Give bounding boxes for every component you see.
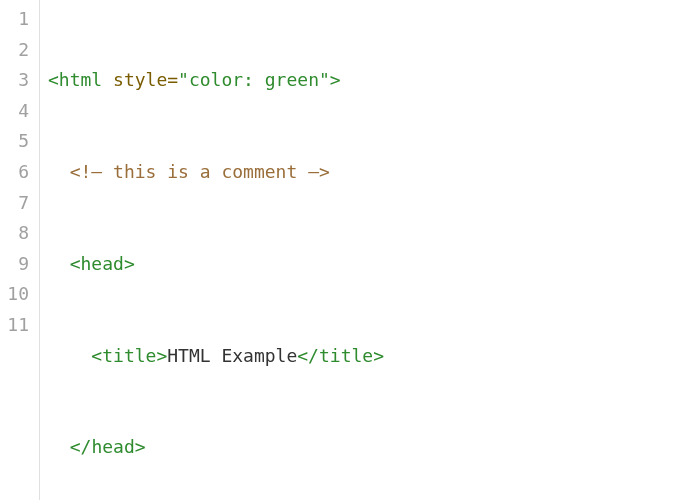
angle-bracket: < [91, 345, 102, 366]
quote: " [178, 69, 189, 90]
line-number: 4 [6, 96, 29, 127]
quote: " [319, 69, 330, 90]
comment-close: —> [308, 161, 330, 182]
line-number: 10 [6, 279, 29, 310]
code-line[interactable]: <head> [48, 249, 700, 280]
angle-bracket: < [48, 69, 59, 90]
indent [48, 161, 70, 182]
tag-name: html [59, 69, 102, 90]
space [297, 161, 308, 182]
tag-name: title [102, 345, 156, 366]
line-number: 3 [6, 65, 29, 96]
code-line[interactable]: <!— this is a comment —> [48, 157, 700, 188]
angle-bracket: > [330, 69, 341, 90]
line-number: 11 [6, 310, 29, 341]
line-number: 2 [6, 35, 29, 66]
comment-text: this is a comment [113, 161, 297, 182]
angle-bracket: > [124, 253, 135, 274]
indent [48, 253, 70, 274]
line-number: 8 [6, 218, 29, 249]
code-line[interactable]: </head> [48, 432, 700, 463]
tag-name: title [319, 345, 373, 366]
attr-name: style [113, 69, 167, 90]
code-editor-area[interactable]: <html style="color: green"> <!— this is … [40, 0, 700, 500]
line-number: 6 [6, 157, 29, 188]
angle-bracket: </ [297, 345, 319, 366]
line-number: 5 [6, 126, 29, 157]
indent [48, 436, 70, 457]
angle-bracket: </ [70, 436, 92, 457]
comment-open: <!— [70, 161, 103, 182]
angle-bracket: > [156, 345, 167, 366]
code-line[interactable]: <title>HTML Example</title> [48, 341, 700, 372]
angle-bracket: > [373, 345, 384, 366]
line-number: 9 [6, 249, 29, 280]
tag-name: head [81, 253, 124, 274]
line-number-gutter: 1 2 3 4 5 6 7 8 9 10 11 [0, 0, 40, 500]
space [102, 161, 113, 182]
code-line[interactable]: <html style="color: green"> [48, 65, 700, 96]
line-number: 1 [6, 4, 29, 35]
space [102, 69, 113, 90]
angle-bracket: > [135, 436, 146, 457]
line-number: 7 [6, 188, 29, 219]
text-content: HTML Example [167, 345, 297, 366]
tag-name: head [91, 436, 134, 457]
angle-bracket: < [70, 253, 81, 274]
indent [48, 345, 91, 366]
equals-sign: = [167, 69, 178, 90]
attr-value: color: green [189, 69, 319, 90]
